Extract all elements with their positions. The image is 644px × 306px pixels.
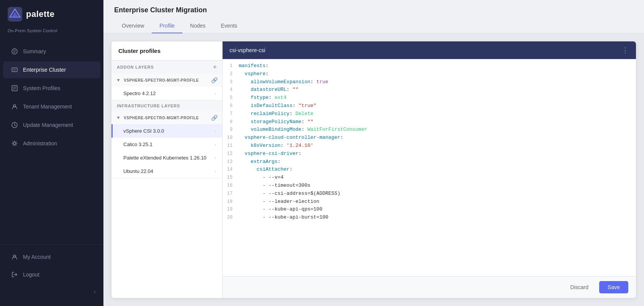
line-content: datastoreURL: "" [239,86,630,94]
right-panel: csi-vsphere-csi ⋮ 1manifests:2 vsphere:3… [223,41,636,298]
sidebar-nav: Summary Enterprise Cluster System Profil… [0,39,103,244]
editor-menu-icon[interactable]: ⋮ [622,46,629,54]
profile-item-calico[interactable]: Calico 3.25.1 › [111,138,222,151]
sidebar-item-update-management[interactable]: Update Management [3,117,100,133]
profile-item-vsphere-csi[interactable]: vSphere CSI 3.0.0 › [111,124,222,138]
profile-item-ubuntu-chevron-icon: › [215,169,216,174]
save-button[interactable]: Save [599,281,628,293]
code-line: 15 - --v=4 [223,174,636,182]
admin-icon [11,140,18,147]
tab-bar: Overview Profile Nodes Events [114,19,633,33]
profiles-container: Cluster profiles ADDON LAYERS + ▼ VSPHER… [111,41,636,298]
sidebar-item-label-administration: Administration [23,140,57,146]
add-addon-layer-button[interactable]: + [213,64,217,71]
line-content: reclaimPolicy: Delete [239,110,630,118]
code-line: 1manifests: [223,62,636,70]
discard-button[interactable]: Discard [564,281,595,293]
profile-item-pxk[interactable]: Palette eXtended Kubernetes 1.26.10 › [111,151,222,165]
line-content: storagePolicyName: "" [239,118,630,126]
sidebar-item-label-my-account: My Account [23,254,51,260]
addon-group-name: VSPHERE-SPECTRO-MGMT-PROFILE [124,78,208,82]
profile-item-spectro-label: Spectro 4.2.12 [123,90,215,96]
tab-nodes[interactable]: Nodes [182,19,213,33]
profile-item-ubuntu[interactable]: Ubuntu 22.04 › [111,165,222,178]
sidebar-item-system-profiles[interactable]: System Profiles [3,80,100,97]
sidebar-item-label-system-profiles: System Profiles [23,85,60,91]
line-number: 9 [223,126,239,133]
addon-group-chevron-icon: ▼ [116,77,121,83]
summary-icon [11,48,18,55]
sidebar-item-label-tenant-management: Tenant Management [23,104,72,110]
code-line: 6 isDefaultClass: "true" [223,102,636,110]
line-number: 15 [223,174,239,181]
line-number: 17 [223,190,239,197]
line-content: vsphere: [239,70,630,78]
logout-icon [11,271,18,278]
profile-item-spectro[interactable]: Spectro 4.2.12 › [111,87,222,100]
line-number: 3 [223,79,239,86]
page-title: Enterprise Cluster Migration [114,6,633,14]
line-number: 2 [223,71,239,78]
line-number: 5 [223,94,239,102]
infra-group-header[interactable]: ▼ VSPHERE-SPECTRO-MGMT-PROFILE 🔗 [111,111,222,124]
tab-events[interactable]: Events [213,19,245,33]
line-number: 11 [223,142,239,150]
addon-group-header[interactable]: ▼ VSPHERE-SPECTRO-MGMT-PROFILE 🔗 [111,74,222,87]
tab-profile[interactable]: Profile [152,19,182,33]
line-number: 19 [223,206,239,213]
code-line: 16 - --timeout=300s [223,182,636,190]
line-content: csiAttacher: [239,166,630,174]
infra-profile-group: ▼ VSPHERE-SPECTRO-MGMT-PROFILE 🔗 vSphere… [111,111,222,178]
tab-overview[interactable]: Overview [114,19,152,33]
infra-group-chevron-icon: ▼ [116,115,121,120]
sidebar-item-logout[interactable]: Logout [3,266,100,283]
collapse-sidebar-button[interactable]: ‹ [92,287,97,297]
svg-rect-4 [12,68,17,72]
sidebar-item-label-summary: Summary [23,48,46,54]
profile-item-ubuntu-label: Ubuntu 22.04 [123,168,215,174]
infra-layers-section: INFRASTRUCTURE LAYERS ▼ VSPHERE-SPECTRO-… [111,100,222,178]
sidebar-item-administration[interactable]: Administration [3,135,100,152]
infra-group-link-icon[interactable]: 🔗 [211,115,218,121]
line-number: 4 [223,86,239,94]
profile-item-calico-label: Calico 3.25.1 [123,141,215,147]
sidebar-item-label-enterprise-cluster: Enterprise Cluster [23,67,66,73]
infra-group-name: VSPHERE-SPECTRO-MGMT-PROFILE [124,116,208,120]
code-line: 5 fstype: ext4 [223,94,636,102]
line-content: - --kube-api-qps=100 [239,206,630,214]
line-number: 18 [223,198,239,206]
code-editor[interactable]: 1manifests:2 vsphere:3 allowVolumeExpans… [223,59,636,276]
content-area: Cluster profiles ADDON LAYERS + ▼ VSPHER… [103,33,644,306]
sidebar-item-my-account[interactable]: My Account [3,248,100,265]
sidebar-item-summary[interactable]: Summary [3,43,100,60]
line-content: - --kube-api-burst=100 [239,214,630,222]
addon-group-link-icon[interactable]: 🔗 [211,77,218,83]
sidebar-item-enterprise-cluster[interactable]: Enterprise Cluster [3,61,100,78]
line-number: 7 [223,110,239,118]
profile-item-pxk-chevron-icon: › [215,155,216,161]
profile-item-vsphere-csi-chevron-icon: › [215,128,216,134]
line-number: 10 [223,134,239,141]
code-line: 18 - --leader-election [223,198,636,206]
line-number: 16 [223,182,239,189]
logo-area: palette [0,0,103,28]
svg-point-8 [13,142,16,145]
code-line: 10 vsphere-cloud-controller-manager: [223,134,636,142]
line-number: 8 [223,118,239,126]
line-content: vsphere-cloud-controller-manager: [239,134,630,142]
profile-item-vsphere-csi-label: vSphere CSI 3.0.0 [123,128,215,134]
palette-logo-icon [8,7,22,21]
update-icon [11,121,18,129]
addon-layers-header: ADDON LAYERS + [111,61,222,74]
editor-title: csi-vsphere-csi [229,47,265,53]
infra-layers-label: INFRASTRUCTURE LAYERS [117,104,180,108]
code-line: 13 extraArgs: [223,158,636,166]
line-content: - --v=4 [239,174,630,182]
line-content: - --leader-election [239,198,630,206]
profile-item-pxk-label: Palette eXtended Kubernetes 1.26.10 [123,155,215,161]
sidebar-item-label-update-management: Update Management [23,122,73,128]
line-content: allowVolumeExpansion: true [239,78,630,86]
sidebar-item-tenant-management[interactable]: Tenant Management [3,98,100,115]
code-line: 4 datastoreURL: "" [223,86,636,94]
line-content: vsphere-csi-driver: [239,150,630,158]
